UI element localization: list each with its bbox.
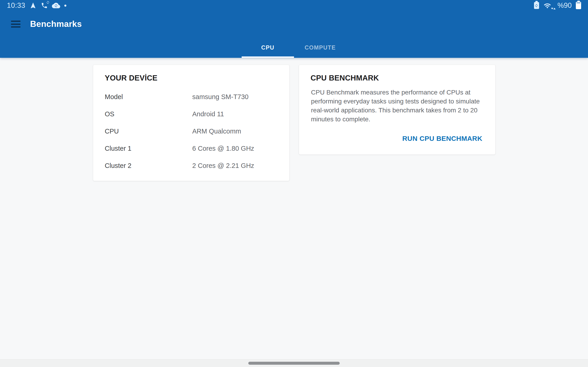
notification-dot-icon xyxy=(64,5,66,7)
device-row-cluster2: Cluster 2 2 Cores @ 2.21 GHz xyxy=(105,157,280,174)
row-value: 6 Cores @ 1.80 GHz xyxy=(192,145,254,152)
tab-compute[interactable]: COMPUTE xyxy=(294,37,346,58)
row-label: Model xyxy=(105,93,192,101)
navigation-gesture-bar xyxy=(0,359,588,367)
row-label: CPU xyxy=(105,127,192,135)
active-tab-indicator xyxy=(242,56,294,58)
sync-badge-icon xyxy=(46,1,50,4)
location-icon xyxy=(29,2,37,9)
tab-cpu[interactable]: CPU xyxy=(242,37,294,58)
status-bar-right: %90 xyxy=(534,1,581,10)
battery-percent-label: %90 xyxy=(557,1,572,10)
clock: 10:33 xyxy=(7,1,25,10)
benchmark-description: CPU Benchmark measures the performance o… xyxy=(311,88,482,124)
main-content: YOUR DEVİCE Model samsung SM-T730 OS And… xyxy=(0,58,588,359)
run-cpu-benchmark-button[interactable]: RUN CPU BENCHMARK xyxy=(299,135,482,142)
row-label: Cluster 2 xyxy=(105,162,192,169)
wifi-upload-arrow-icon xyxy=(553,8,556,9)
your-device-card: YOUR DEVİCE Model samsung SM-T730 OS And… xyxy=(93,65,289,181)
screen: 10:33 xyxy=(0,0,588,367)
row-value: 2 Cores @ 2.21 GHz xyxy=(192,162,254,169)
cloud-sync-arrows-icon xyxy=(54,4,58,8)
row-label: Cluster 1 xyxy=(105,145,192,152)
device-card-title: YOUR DEVİCE xyxy=(105,74,289,82)
cpu-benchmark-card: CPU BENCHMARK CPU Benchmark measures the… xyxy=(299,65,495,155)
cloud-sync-icon xyxy=(52,2,60,9)
wifi-download-arrow-icon xyxy=(551,8,553,9)
device-row-cluster1: Cluster 1 6 Cores @ 1.80 GHz xyxy=(105,140,280,157)
device-info-list: Model samsung SM-T730 OS Android 11 CPU … xyxy=(105,88,280,174)
page-title: Benchmarks xyxy=(30,19,82,29)
tab-cpu-label: CPU xyxy=(261,44,274,51)
app-bar: Benchmarks xyxy=(0,11,588,37)
power-saving-battery-icon xyxy=(534,2,539,9)
device-row-cpu: CPU ARM Qualcomm xyxy=(105,123,280,140)
row-label: OS xyxy=(105,110,192,118)
app-header: 10:33 xyxy=(0,0,588,58)
status-bar: 10:33 xyxy=(0,0,588,11)
device-row-os: OS Android 11 xyxy=(105,106,280,123)
tab-compute-label: COMPUTE xyxy=(304,44,336,51)
status-bar-left: 10:33 xyxy=(7,1,66,10)
row-value: samsung SM-T730 xyxy=(192,93,249,101)
gesture-handle[interactable] xyxy=(248,362,340,365)
battery-icon xyxy=(576,2,581,9)
row-value: Android 11 xyxy=(192,110,224,118)
row-value: ARM Qualcomm xyxy=(192,127,241,135)
benchmark-card-title: CPU BENCHMARK xyxy=(311,74,495,82)
call-sync-icon xyxy=(41,2,48,9)
device-row-model: Model samsung SM-T730 xyxy=(105,88,280,106)
hamburger-menu-icon[interactable] xyxy=(11,21,20,27)
tab-bar: CPU COMPUTE xyxy=(0,37,588,58)
wifi-icon xyxy=(543,2,552,9)
